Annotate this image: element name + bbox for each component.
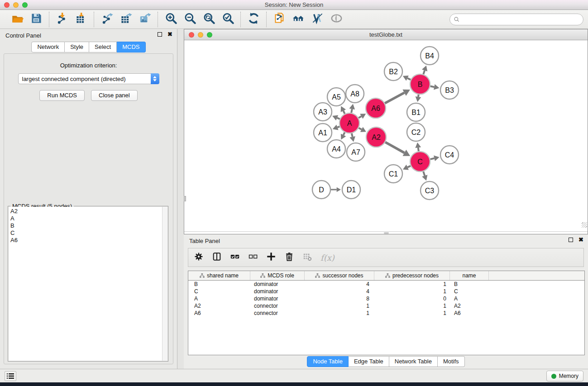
network-vertical-scrollbar[interactable]	[184, 40, 186, 231]
vizmapper-button[interactable]	[309, 12, 325, 27]
network-canvas[interactable]: B4B2BB3A5A8A6A3B1AA1C2A2A4A7C4CC1C3DD1	[184, 40, 588, 231]
network-resize-grip[interactable]	[582, 222, 587, 228]
tab-style[interactable]: Style	[65, 42, 89, 52]
graph-node-B1[interactable]: B1	[407, 103, 425, 121]
memory-button[interactable]: Memory	[546, 371, 583, 381]
graph-node-D1[interactable]: D1	[342, 181, 360, 199]
table-tab-motifs[interactable]: Motifs	[438, 356, 465, 367]
graph-edge-B-B1[interactable]	[418, 95, 419, 97]
network-horizontal-scrollbar[interactable]	[184, 231, 588, 234]
graph-edge-A-A3[interactable]	[337, 118, 340, 119]
duplicate-network-button[interactable]	[271, 12, 287, 27]
graph-edge-C-C4[interactable]	[430, 158, 434, 159]
table-tab-node-table[interactable]: Node Table	[307, 356, 349, 367]
graph-edge-B-B4[interactable]	[423, 71, 425, 75]
graph-edge-A-A7[interactable]	[352, 133, 353, 137]
export-network-button[interactable]	[99, 12, 115, 27]
eye-button[interactable]	[328, 12, 344, 27]
run-mcds-button[interactable]: Run MCDS	[39, 90, 85, 101]
graph-node-D[interactable]: D	[312, 181, 330, 199]
graph-edge-A-A8[interactable]	[351, 109, 352, 113]
settings-gear-button[interactable]	[194, 252, 204, 263]
mcds-result-item[interactable]: A2	[9, 208, 162, 215]
zoom-in-button[interactable]	[163, 12, 179, 27]
graph-edge-A-A1[interactable]	[337, 127, 339, 128]
tab-network[interactable]: Network	[31, 42, 65, 52]
graph-edge-A-A4[interactable]	[344, 132, 345, 135]
column-header-name[interactable]: name	[450, 271, 489, 280]
import-network-button[interactable]	[54, 12, 70, 27]
graph-edge-A6-B[interactable]	[385, 93, 404, 103]
table-row[interactable]: Adominator80A	[188, 295, 584, 302]
mcds-result-list[interactable]: A2ABCA6	[9, 207, 162, 361]
graph-edge-C-C1[interactable]	[407, 166, 411, 167]
mcds-result-item[interactable]: A	[9, 215, 162, 222]
graph-node-B4[interactable]: B4	[421, 47, 439, 65]
zoom-out-button[interactable]	[182, 12, 198, 27]
column-header-successor-nodes[interactable]: successor nodes	[305, 271, 374, 280]
graph-node-B3[interactable]: B3	[440, 81, 459, 99]
select-all-button[interactable]	[230, 252, 240, 263]
table-tab-edge-table[interactable]: Edge Table	[349, 356, 389, 367]
add-column-button[interactable]	[266, 252, 276, 263]
graph-edge-C-C2[interactable]	[418, 148, 419, 151]
close-panel-icon[interactable]: ✖	[167, 32, 172, 37]
tab-mcds[interactable]: MCDS	[117, 42, 145, 52]
mcds-result-item[interactable]: A6	[9, 237, 162, 244]
export-table-button[interactable]	[118, 12, 134, 27]
task-history-button[interactable]	[5, 371, 16, 381]
graph-node-A3[interactable]: A3	[314, 103, 332, 121]
table-row[interactable]: A2connector11A2	[188, 302, 584, 310]
import-table-button[interactable]	[73, 12, 89, 27]
graph-node-A6[interactable]: A6	[366, 98, 386, 118]
table-row[interactable]: Bdominator41B	[188, 281, 584, 288]
float-panel-icon[interactable]	[158, 32, 162, 37]
optimization-criterion-dropdown[interactable]: largest connected component (directed)	[18, 73, 159, 84]
table-row[interactable]: Cdominator41C	[188, 288, 584, 295]
close-panel-button[interactable]: Close panel	[91, 90, 138, 101]
graph-node-B2[interactable]: B2	[384, 62, 402, 81]
home-button[interactable]	[290, 12, 306, 27]
column-header-MCDS-role[interactable]: MCDS role	[250, 271, 305, 280]
graph-node-A7[interactable]: A7	[347, 143, 365, 161]
column-header-shared-name[interactable]: shared name	[188, 271, 250, 280]
table-float-panel-icon[interactable]	[569, 238, 573, 242]
graph-edge-B-B3[interactable]	[430, 86, 435, 87]
graph-edge-A-A6[interactable]	[359, 116, 361, 118]
graph-edge-C-C3[interactable]	[423, 172, 425, 176]
export-image-button[interactable]	[137, 12, 153, 27]
graph-node-A4[interactable]: A4	[327, 140, 345, 158]
table-row[interactable]: A6connector11A6	[188, 310, 584, 317]
mcds-result-item[interactable]: B	[9, 222, 162, 229]
search-input[interactable]	[463, 16, 579, 23]
graph-edge-A-A2[interactable]	[359, 128, 361, 129]
delete-trash-button[interactable]	[284, 252, 294, 263]
save-session-button[interactable]	[28, 12, 44, 27]
deselect-all-button[interactable]	[248, 252, 258, 263]
graph-node-C3[interactable]: C3	[421, 181, 439, 200]
search-box[interactable]	[449, 14, 583, 25]
graph-node-C1[interactable]: C1	[384, 165, 402, 183]
open-session-button[interactable]	[9, 12, 25, 27]
network-window-titlebar[interactable]: testGlobe.txt	[184, 29, 588, 40]
graph-node-A8[interactable]: A8	[346, 85, 364, 103]
graph-edge-A-A5[interactable]	[343, 111, 344, 114]
table-tab-network-table[interactable]: Network Table	[389, 356, 438, 367]
graph-node-C2[interactable]: C2	[407, 123, 425, 141]
result-scrollbar[interactable]	[162, 207, 167, 361]
graph-edge-A2-C[interactable]	[385, 142, 404, 153]
graph-node-C4[interactable]: C4	[440, 146, 459, 164]
mcds-result-item[interactable]: C	[9, 229, 162, 237]
graph-node-C[interactable]: C	[410, 152, 430, 172]
graph-node-A1[interactable]: A1	[314, 124, 332, 142]
graph-node-B[interactable]: B	[410, 74, 430, 94]
column-header-predecessor-nodes[interactable]: predecessor nodes	[374, 271, 450, 280]
refresh-button[interactable]	[245, 12, 262, 27]
zoom-fit-button[interactable]	[201, 12, 217, 27]
show-columns-button[interactable]	[212, 252, 222, 263]
graph-node-A[interactable]: A	[339, 113, 359, 133]
graph-node-A5[interactable]: A5	[327, 88, 345, 106]
graph-edge-B-B2[interactable]	[407, 78, 411, 80]
tab-select[interactable]: Select	[89, 42, 117, 52]
zoom-selected-button[interactable]	[220, 12, 236, 27]
